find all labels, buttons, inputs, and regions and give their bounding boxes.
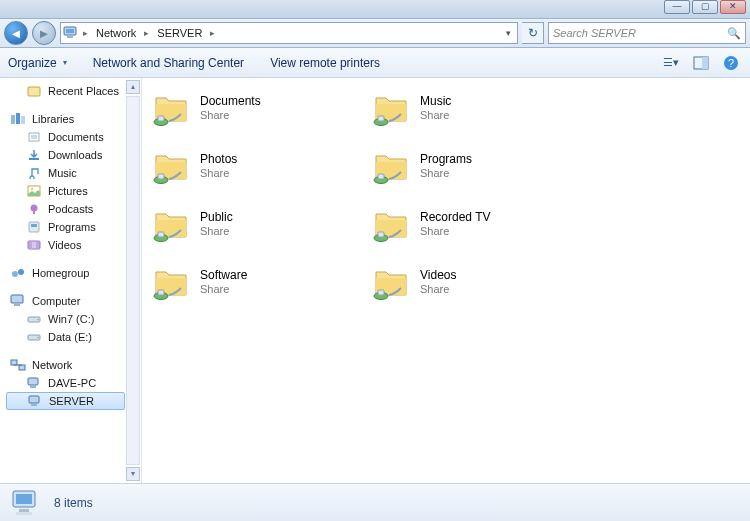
scrollbar-track[interactable] (126, 96, 140, 465)
shared-folder-icon (372, 266, 412, 302)
sidebar-library-programs[interactable]: Programs (6, 218, 141, 236)
command-bar: Organize Network and Sharing Center View… (0, 48, 750, 78)
svg-point-23 (18, 269, 24, 275)
sidebar-library-downloads[interactable]: Downloads (6, 146, 141, 164)
back-button[interactable]: ◄ (4, 21, 28, 45)
search-placeholder: Search SERVER (553, 27, 636, 39)
refresh-button[interactable]: ↻ (522, 22, 544, 44)
svg-rect-2 (67, 36, 73, 38)
address-dropdown[interactable]: ▾ (502, 28, 515, 38)
svg-point-29 (37, 337, 39, 339)
share-name: Programs (420, 152, 472, 166)
breadcrumb-separator[interactable]: ▸ (83, 28, 88, 38)
svg-rect-18 (33, 211, 35, 214)
shared-folder-icon (372, 150, 412, 186)
svg-rect-7 (28, 87, 40, 96)
sidebar-drive[interactable]: Win7 (C:) (6, 310, 141, 328)
share-type: Share (420, 166, 472, 180)
minimize-button[interactable]: — (664, 0, 690, 14)
breadcrumb-separator[interactable]: ▸ (210, 28, 215, 38)
share-name: Music (420, 94, 451, 108)
sidebar-library-music[interactable]: Music (6, 164, 141, 182)
item-count-label: 8 items (54, 496, 93, 510)
shared-folder-icon (152, 266, 192, 302)
svg-rect-10 (21, 116, 25, 124)
sidebar-recent-places[interactable]: Recent Places (6, 82, 141, 100)
sidebar-library-pictures[interactable]: Pictures (6, 182, 141, 200)
svg-rect-34 (30, 386, 36, 388)
share-type: Share (420, 108, 451, 122)
svg-rect-25 (14, 304, 20, 306)
svg-rect-30 (11, 360, 17, 365)
share-type: Share (200, 224, 233, 238)
change-view-button[interactable]: ☰▾ (660, 53, 682, 73)
content-pane[interactable]: DocumentsShare MusicShare PhotosShare Pr… (142, 78, 750, 483)
library-icon (26, 148, 42, 162)
explorer-body: ▴ ▾ Recent Places Libraries DocumentsDow… (0, 78, 750, 483)
sidebar-homegroup-header[interactable]: Homegroup (6, 264, 141, 282)
svg-rect-40 (378, 116, 384, 121)
shared-folder-icon (372, 208, 412, 244)
view-remote-printers-button[interactable]: View remote printers (270, 56, 380, 70)
forward-button[interactable]: ► (32, 21, 56, 45)
sidebar-host-server[interactable]: SERVER (6, 392, 125, 410)
breadcrumb-separator[interactable]: ▸ (144, 28, 149, 38)
library-icon (26, 202, 42, 216)
library-icon (26, 184, 42, 198)
svg-rect-55 (19, 509, 29, 512)
maximize-button[interactable]: ▢ (692, 0, 718, 14)
preview-pane-button[interactable] (690, 53, 712, 73)
sidebar-network-header[interactable]: Network (6, 356, 141, 374)
share-item-music[interactable]: MusicShare (372, 92, 592, 132)
scroll-up-button[interactable]: ▴ (126, 80, 140, 94)
share-type: Share (420, 224, 490, 238)
share-type: Share (200, 166, 237, 180)
share-item-photos[interactable]: PhotosShare (152, 150, 372, 190)
computer-icon (10, 488, 42, 518)
sidebar-drive[interactable]: Data (E:) (6, 328, 141, 346)
close-button[interactable]: ✕ (720, 0, 746, 14)
svg-rect-56 (16, 512, 32, 515)
title-bar: — ▢ ✕ (0, 0, 750, 19)
organize-button[interactable]: Organize (8, 56, 67, 70)
share-item-documents[interactable]: DocumentsShare (152, 92, 372, 132)
svg-rect-50 (158, 290, 164, 295)
share-item-videos[interactable]: VideosShare (372, 266, 592, 306)
network-sharing-center-button[interactable]: Network and Sharing Center (93, 56, 244, 70)
libraries-icon (10, 112, 26, 126)
breadcrumb-server[interactable]: SERVER (153, 27, 206, 39)
navigation-bar: ◄ ► ▸ Network ▸ SERVER ▸ ▾ ↻ Search SERV… (0, 19, 750, 48)
svg-rect-21 (28, 241, 40, 249)
share-item-software[interactable]: SoftwareShare (152, 266, 372, 306)
share-type: Share (200, 108, 261, 122)
shared-folder-icon (152, 208, 192, 244)
library-icon (26, 220, 42, 234)
help-button[interactable]: ? (720, 53, 742, 73)
address-bar[interactable]: ▸ Network ▸ SERVER ▸ ▾ (60, 22, 518, 44)
share-name: Videos (420, 268, 456, 282)
share-item-recorded-tv[interactable]: Recorded TVShare (372, 208, 592, 248)
sidebar-host-dave-pc[interactable]: DAVE-PC (6, 374, 141, 392)
computer-icon (27, 394, 43, 408)
sidebar-computer-header[interactable]: Computer (6, 292, 141, 310)
computer-icon (63, 26, 79, 40)
svg-rect-46 (158, 232, 164, 237)
breadcrumb-network[interactable]: Network (92, 27, 140, 39)
svg-rect-35 (29, 396, 39, 403)
search-input[interactable]: Search SERVER 🔍 (548, 22, 746, 44)
svg-text:?: ? (728, 57, 734, 69)
svg-point-16 (31, 188, 34, 191)
svg-rect-48 (378, 232, 384, 237)
svg-rect-11 (29, 133, 39, 141)
share-item-public[interactable]: PublicShare (152, 208, 372, 248)
sidebar-libraries-header[interactable]: Libraries (6, 110, 141, 128)
svg-rect-24 (11, 295, 23, 303)
sidebar-library-videos[interactable]: Videos (6, 236, 141, 254)
sidebar-library-documents[interactable]: Documents (6, 128, 141, 146)
scroll-down-button[interactable]: ▾ (126, 467, 140, 481)
share-name: Public (200, 210, 233, 224)
svg-rect-9 (16, 113, 20, 124)
share-item-programs[interactable]: ProgramsShare (372, 150, 592, 190)
navigation-pane: ▴ ▾ Recent Places Libraries DocumentsDow… (0, 78, 142, 483)
sidebar-library-podcasts[interactable]: Podcasts (6, 200, 141, 218)
